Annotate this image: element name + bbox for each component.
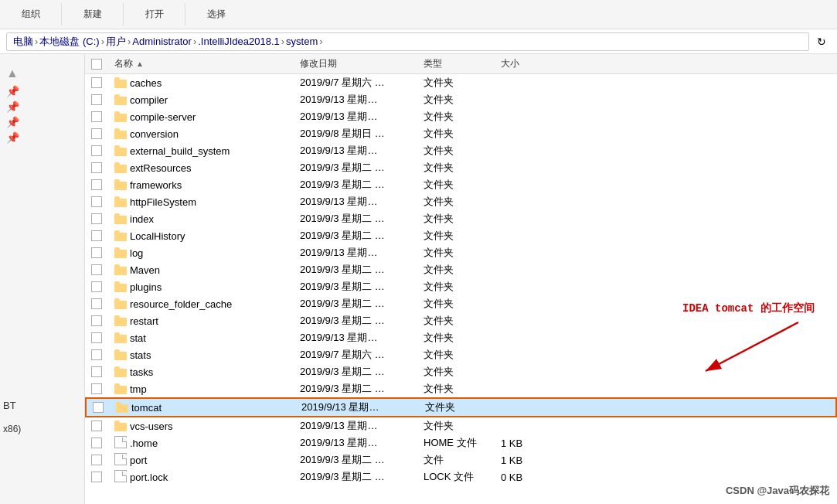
sidebar-pin-3[interactable]: 📌 — [0, 114, 26, 130]
file-date: 2019/9/13 星期… — [301, 401, 379, 413]
path-computer[interactable]: 电脑 — [13, 35, 33, 49]
folder-icon — [114, 162, 127, 173]
table-row[interactable]: frameworks2019/9/3 星期二 …文件夹 — [85, 176, 837, 193]
table-row[interactable]: caches2019/9/7 星期六 …文件夹 — [85, 74, 837, 91]
row-checkbox[interactable] — [91, 94, 102, 105]
row-checkbox[interactable] — [91, 77, 102, 88]
table-row[interactable]: compiler2019/9/13 星期…文件夹 — [85, 91, 837, 108]
row-checkbox[interactable] — [91, 438, 102, 448]
file-type: 文件夹 — [424, 162, 454, 173]
row-checkbox[interactable] — [91, 196, 102, 207]
toolbar-new[interactable]: 新建 — [62, 3, 124, 26]
folder-icon — [114, 366, 127, 377]
table-row[interactable]: tasks2019/9/3 星期二 …文件夹 — [85, 363, 837, 380]
table-row[interactable]: index2019/9/3 星期二 …文件夹 — [85, 210, 837, 227]
path-idea[interactable]: .IntelliJIdea2018.1 — [198, 36, 280, 47]
row-checkbox[interactable] — [91, 128, 102, 139]
folder-icon — [114, 213, 127, 224]
row-checkbox[interactable] — [91, 298, 102, 309]
file-date: 2019/9/3 星期二 … — [300, 213, 385, 224]
table-row[interactable]: httpFileSystem2019/9/13 星期…文件夹 — [85, 193, 837, 210]
table-row[interactable]: port.lock2019/9/3 星期二 …LOCK 文件0 KB — [85, 468, 837, 485]
row-checkbox[interactable] — [91, 162, 102, 173]
table-row[interactable]: .home2019/9/13 星期…HOME 文件1 KB — [85, 434, 837, 451]
file-rows: caches2019/9/7 星期六 …文件夹compiler2019/9/13… — [85, 74, 837, 485]
address-bar: 电脑 › 本地磁盘 (C:) › 用户 › Administrator › .I… — [0, 29, 837, 54]
address-path[interactable]: 电脑 › 本地磁盘 (C:) › 用户 › Administrator › .I… — [6, 32, 809, 51]
row-checkbox[interactable] — [91, 247, 102, 258]
column-type-header[interactable]: 类型 — [424, 58, 442, 69]
toolbar-organize[interactable]: 组织 — [0, 3, 62, 26]
sidebar-nav: ▲ 📌 📌 📌 📌 — [0, 60, 84, 148]
table-row[interactable]: plugins2019/9/3 星期二 …文件夹 — [85, 278, 837, 295]
row-checkbox[interactable] — [91, 111, 102, 122]
file-date: 2019/9/13 星期… — [300, 420, 377, 431]
file-name-text: tmp — [130, 383, 147, 395]
file-name-text: resource_folder_cache — [130, 298, 232, 310]
table-row[interactable]: extResources2019/9/3 星期二 …文件夹 — [85, 159, 837, 176]
table-row[interactable]: vcs-users2019/9/13 星期…文件夹 — [85, 417, 837, 434]
file-date: 2019/9/7 星期六 … — [300, 77, 385, 88]
file-name-text: restart — [130, 315, 158, 327]
file-date: 2019/9/8 星期日 … — [300, 128, 385, 139]
column-size-header[interactable]: 大小 — [501, 58, 519, 69]
table-row[interactable]: Maven2019/9/3 星期二 …文件夹 — [85, 261, 837, 278]
row-checkbox[interactable] — [91, 366, 102, 377]
file-name-text: compile-server — [130, 111, 196, 123]
table-row[interactable]: conversion2019/9/8 星期日 …文件夹 — [85, 125, 837, 142]
file-area[interactable]: 名称 ▲ 修改日期 类型 大小 caches2019/9/7 星期六 …文件夹c… — [85, 54, 837, 504]
file-type: 文件夹 — [424, 315, 454, 326]
sidebar-pin-1[interactable]: 📌 — [0, 83, 26, 99]
file-date: 2019/9/3 星期二 … — [300, 230, 385, 241]
table-row[interactable]: resource_folder_cache2019/9/3 星期二 …文件夹 — [85, 295, 837, 312]
path-system[interactable]: system — [286, 36, 318, 47]
row-checkbox[interactable] — [91, 213, 102, 224]
row-checkbox[interactable] — [91, 349, 102, 360]
watermark: CSDN @Java码农探花 — [726, 484, 829, 498]
select-all-checkbox[interactable] — [91, 59, 102, 70]
table-row[interactable]: restart2019/9/3 星期二 …文件夹 — [85, 312, 837, 329]
row-checkbox[interactable] — [91, 332, 102, 343]
row-checkbox[interactable] — [91, 455, 102, 465]
row-checkbox[interactable] — [91, 281, 102, 292]
row-checkbox[interactable] — [91, 383, 102, 394]
table-row[interactable]: port2019/9/3 星期二 …文件1 KB — [85, 451, 837, 468]
row-checkbox[interactable] — [91, 264, 102, 275]
file-name-text: external_build_system — [130, 145, 230, 157]
table-row[interactable]: stat2019/9/13 星期…文件夹 — [85, 329, 837, 346]
toolbar-open[interactable]: 打开 — [124, 3, 185, 26]
folder-icon — [114, 421, 127, 431]
table-row[interactable]: tmp2019/9/3 星期二 …文件夹 — [85, 380, 837, 397]
row-checkbox[interactable] — [91, 230, 102, 241]
file-name-text: frameworks — [130, 179, 182, 191]
table-row[interactable]: stats2019/9/7 星期六 …文件夹 — [85, 346, 837, 363]
column-date-header[interactable]: 修改日期 — [300, 58, 337, 69]
file-type: 文件夹 — [424, 332, 454, 343]
sidebar-up-arrow[interactable]: ▲ — [0, 63, 25, 83]
table-row[interactable]: log2019/9/13 星期…文件夹 — [85, 244, 837, 261]
row-checkbox[interactable] — [91, 315, 102, 326]
refresh-button[interactable]: ↻ — [812, 32, 831, 51]
table-row[interactable]: tomcat2019/9/13 星期…文件夹 — [85, 397, 837, 417]
file-date: 2019/9/13 星期… — [300, 145, 377, 156]
file-type: 文件夹 — [424, 298, 454, 309]
file-name-text: Maven — [130, 264, 160, 276]
path-drive[interactable]: 本地磁盘 (C:) — [39, 35, 99, 49]
row-checkbox[interactable] — [91, 179, 102, 190]
file-date: 2019/9/3 星期二 … — [300, 264, 385, 275]
table-row[interactable]: LocalHistory2019/9/3 星期二 …文件夹 — [85, 227, 837, 244]
row-checkbox[interactable] — [91, 145, 102, 156]
row-checkbox[interactable] — [91, 472, 102, 482]
file-date: 2019/9/3 星期二 … — [300, 298, 385, 309]
toolbar-select[interactable]: 选择 — [185, 3, 247, 26]
table-row[interactable]: external_build_system2019/9/13 星期…文件夹 — [85, 142, 837, 159]
table-row[interactable]: compile-server2019/9/13 星期…文件夹 — [85, 108, 837, 125]
sidebar-pin-2[interactable]: 📌 — [0, 99, 26, 114]
row-checkbox[interactable] — [91, 421, 102, 431]
file-name-text: compiler — [130, 94, 168, 106]
path-users[interactable]: 用户 — [106, 35, 126, 49]
column-name-header[interactable]: 名称 — [114, 57, 133, 70]
sidebar-pin-4[interactable]: 📌 — [0, 130, 26, 145]
row-checkbox[interactable] — [93, 402, 104, 413]
path-admin[interactable]: Administrator — [132, 36, 192, 47]
